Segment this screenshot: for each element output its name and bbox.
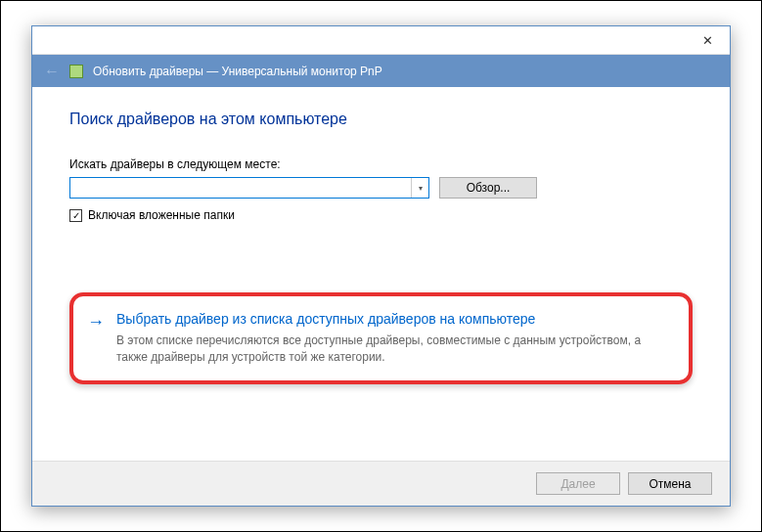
next-button: Далее xyxy=(536,472,620,495)
titlebar: ✕ xyxy=(32,26,730,55)
option-description: В этом списке перечисляются все доступны… xyxy=(116,332,671,366)
close-icon: ✕ xyxy=(702,33,713,48)
driver-update-wizard-window: ✕ ← Обновить драйверы — Универсальный мо… xyxy=(31,25,731,507)
close-button[interactable]: ✕ xyxy=(686,26,730,55)
wizard-title: Обновить драйверы — Универсальный монито… xyxy=(93,65,382,78)
include-subfolders-label: Включая вложенные папки xyxy=(88,208,235,222)
include-subfolders-row: ✓ Включая вложенные папки xyxy=(69,208,693,222)
path-input[interactable] xyxy=(70,178,411,198)
option-title: Выбрать драйвер из списка доступных драй… xyxy=(116,310,671,329)
page-heading: Поиск драйверов на этом компьютере xyxy=(69,111,693,128)
wizard-header: ← Обновить драйверы — Универсальный мони… xyxy=(32,55,730,87)
device-icon xyxy=(69,65,83,78)
content-area: Поиск драйверов на этом компьютере Искат… xyxy=(32,87,730,384)
dropdown-arrow-icon[interactable]: ▾ xyxy=(411,178,428,198)
pick-from-list-option[interactable]: → Выбрать драйвер из списка доступных др… xyxy=(69,292,693,384)
option-text-block: Выбрать драйвер из списка доступных драй… xyxy=(116,310,671,365)
arrow-right-icon: → xyxy=(87,312,105,365)
include-subfolders-checkbox[interactable]: ✓ xyxy=(69,209,82,222)
path-row: ▾ Обзор... xyxy=(69,177,693,199)
path-combobox[interactable]: ▾ xyxy=(69,177,429,199)
browse-button[interactable]: Обзор... xyxy=(439,177,537,199)
wizard-footer: Далее Отмена xyxy=(32,461,730,506)
back-arrow-icon[interactable]: ← xyxy=(44,63,60,80)
cancel-button[interactable]: Отмена xyxy=(628,472,712,495)
search-location-label: Искать драйверы в следующем месте: xyxy=(69,157,693,171)
